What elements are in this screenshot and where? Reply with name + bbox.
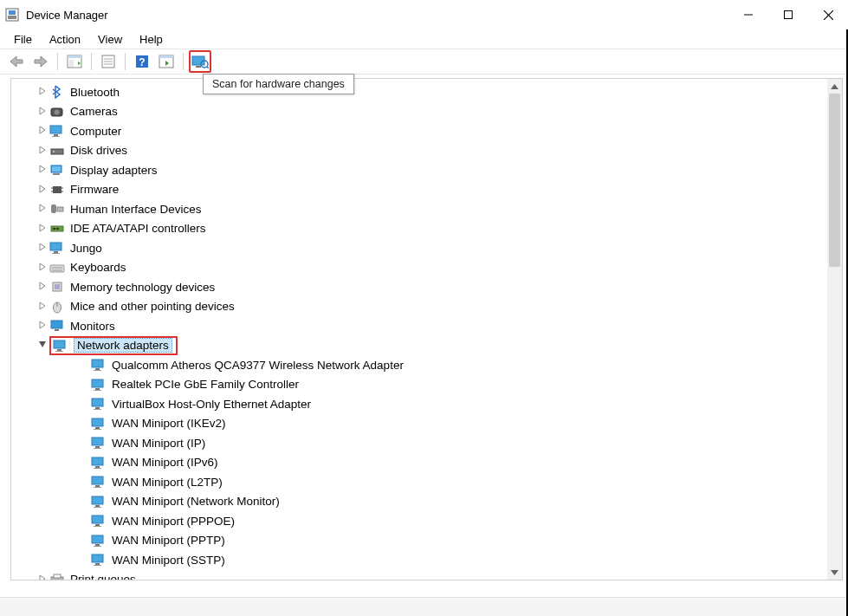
expand-icon[interactable] — [37, 574, 48, 580]
tree-item[interactable]: Display adapters — [11, 160, 842, 180]
expand-icon[interactable] — [37, 107, 48, 117]
help-button[interactable]: ? — [131, 50, 153, 73]
tree-item-network-device[interactable]: WAN Miniport (PPPOE) — [11, 511, 842, 531]
svg-point-36 — [53, 151, 55, 152]
tree-item-network-device[interactable]: WAN Miniport (IP) — [11, 433, 842, 453]
svg-rect-59 — [50, 265, 64, 272]
network-adapter-icon — [53, 339, 68, 353]
tree-item-label: Firmware — [70, 183, 119, 196]
svg-rect-91 — [95, 466, 100, 468]
device-category-icon — [49, 183, 65, 197]
expand-icon[interactable] — [37, 263, 48, 273]
menu-action[interactable]: Action — [42, 31, 87, 48]
tree-item-print-queues[interactable]: Print queues — [11, 570, 136, 581]
action-button[interactable] — [155, 50, 178, 73]
svg-marker-7 — [10, 56, 23, 67]
svg-rect-49 — [57, 207, 63, 211]
expand-icon[interactable] — [37, 321, 48, 331]
tree-item[interactable]: Human Interface Devices — [11, 199, 842, 219]
menu-file[interactable]: File — [7, 31, 39, 48]
tree-item[interactable]: Computer — [11, 121, 842, 141]
svg-rect-69 — [51, 321, 62, 328]
forward-button[interactable] — [29, 50, 52, 73]
tree-item-label: Qualcomm Atheros QCA9377 Wireless Networ… — [112, 359, 404, 372]
scroll-thumb[interactable] — [829, 94, 840, 267]
properties-button[interactable] — [97, 50, 120, 73]
tree-item[interactable]: Mice and other pointing devices — [11, 297, 842, 317]
device-category-icon — [49, 222, 65, 236]
device-tree[interactable]: BluetoothCamerasComputerDisk drivesDispl… — [11, 79, 842, 580]
svg-rect-86 — [94, 429, 101, 430]
tree-item-network-device[interactable]: VirtualBox Host-Only Ethernet Adapter — [11, 394, 842, 414]
scroll-up-arrow[interactable] — [827, 79, 842, 94]
tree-item[interactable]: Firmware — [11, 180, 842, 200]
tree-item-label: WAN Miniport (PPPOE) — [112, 515, 235, 528]
tree-item-network-device[interactable]: Qualcomm Atheros QCA9377 Wireless Networ… — [11, 355, 842, 375]
minimize-button[interactable] — [728, 0, 768, 29]
expand-icon[interactable] — [37, 87, 48, 97]
tree-item[interactable]: Memory technology devices — [11, 277, 842, 297]
tree-item[interactable]: IDE ATA/ATAPI controllers — [11, 219, 842, 239]
tree-item[interactable]: Disk drives — [11, 141, 842, 161]
svg-marker-27 — [40, 107, 45, 114]
expand-icon[interactable] — [37, 146, 48, 156]
expand-icon[interactable] — [37, 185, 48, 195]
tree-item-label: Computer — [70, 125, 121, 138]
svg-rect-98 — [94, 507, 101, 508]
svg-rect-105 — [92, 554, 103, 562]
tree-item-network-device[interactable]: Realtek PCIe GbE Family Controller — [11, 375, 842, 395]
tree-item-network-device[interactable]: WAN Miniport (PPTP) — [11, 531, 842, 551]
tree-item-network-device[interactable]: WAN Miniport (Network Monitor) — [11, 492, 842, 512]
svg-marker-58 — [40, 263, 45, 270]
expand-icon[interactable] — [37, 243, 48, 253]
maximize-button[interactable] — [768, 0, 808, 29]
tree-item-label: WAN Miniport (IKEv2) — [112, 417, 226, 430]
tree-item-label: Keyboards — [70, 261, 126, 274]
tree-item-network-device[interactable]: WAN Miniport (L2TP) — [11, 472, 842, 492]
device-category-icon — [49, 241, 65, 255]
svg-rect-64 — [55, 284, 60, 289]
svg-rect-73 — [57, 349, 61, 351]
svg-rect-78 — [92, 379, 103, 387]
tree-item[interactable]: Cameras — [11, 102, 842, 122]
svg-marker-37 — [40, 165, 45, 172]
menu-help[interactable]: Help — [133, 31, 170, 48]
tree-item[interactable]: Monitors — [11, 316, 842, 336]
expand-icon[interactable] — [37, 302, 48, 312]
expand-icon[interactable] — [37, 224, 48, 234]
tree-item-network-adapters[interactable]: Network adapters — [11, 336, 842, 356]
svg-marker-65 — [40, 302, 45, 309]
svg-rect-48 — [51, 204, 56, 213]
expand-icon[interactable] — [37, 126, 48, 136]
svg-rect-79 — [95, 388, 100, 390]
tree-item[interactable]: Keyboards — [11, 258, 842, 278]
tree-item-network-device[interactable]: WAN Miniport (IPv6) — [11, 453, 842, 473]
scan-hardware-button[interactable] — [189, 50, 211, 73]
svg-rect-83 — [94, 409, 101, 410]
expand-icon[interactable] — [37, 204, 48, 214]
vertical-scrollbar[interactable] — [827, 79, 842, 580]
tree-item[interactable]: Bluetooth — [11, 82, 842, 102]
back-button[interactable] — [5, 50, 28, 73]
svg-rect-40 — [53, 173, 60, 175]
svg-rect-87 — [92, 438, 103, 445]
close-button[interactable] — [808, 0, 848, 29]
tree-item-network-device[interactable]: WAN Miniport (IKEv2) — [11, 414, 842, 434]
expand-icon[interactable] — [37, 165, 48, 175]
svg-marker-34 — [40, 146, 45, 153]
device-category-icon — [49, 261, 65, 275]
scroll-down-arrow[interactable] — [827, 565, 842, 580]
expand-icon[interactable] — [37, 282, 48, 292]
svg-rect-104 — [94, 546, 101, 547]
show-hide-tree-button[interactable] — [63, 50, 86, 73]
svg-rect-31 — [50, 126, 61, 133]
menu-view[interactable]: View — [91, 31, 129, 48]
svg-rect-75 — [92, 360, 103, 367]
toolbar-separator — [91, 53, 92, 70]
device-category-icon — [49, 144, 65, 158]
tree-item[interactable]: Jungo — [11, 238, 842, 258]
svg-rect-100 — [95, 524, 100, 526]
collapse-icon[interactable] — [37, 340, 48, 351]
toolbar-separator — [183, 53, 184, 70]
tree-item-network-device[interactable]: WAN Miniport (SSTP) — [11, 550, 842, 570]
